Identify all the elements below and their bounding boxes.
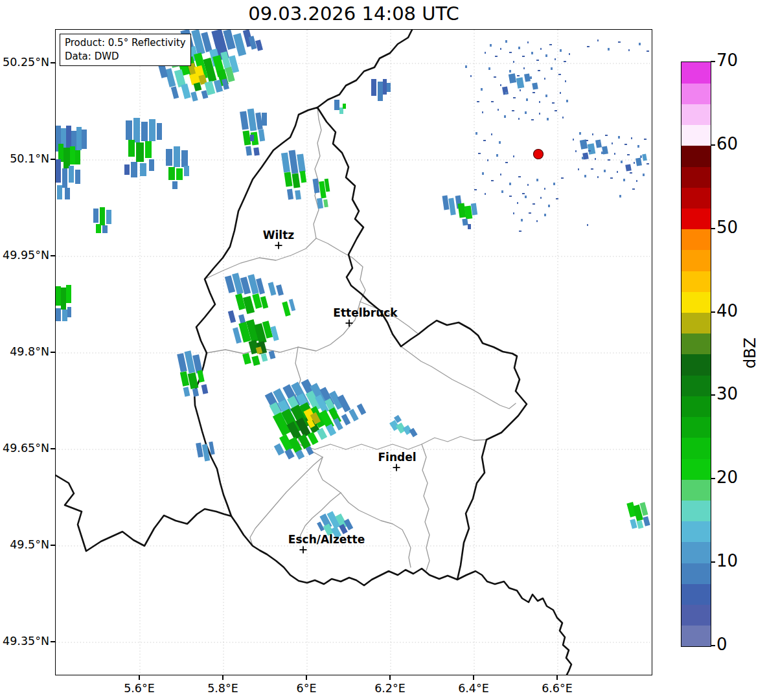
colorbar-tick-label: 40 xyxy=(716,301,738,321)
radar-echo xyxy=(70,146,75,164)
data-source-line: Data: DWD xyxy=(65,50,186,63)
lat-tick-label: 49.8°N xyxy=(0,345,49,358)
clutter-speckle xyxy=(531,119,534,120)
clutter-speckle xyxy=(505,92,507,95)
clutter-speckle xyxy=(640,155,642,158)
colorbar-segment xyxy=(681,626,711,647)
clutter-speckle xyxy=(624,144,627,145)
clutter-speckle xyxy=(518,118,520,120)
clutter-speckle xyxy=(597,40,599,41)
clutter-speckle xyxy=(564,61,566,62)
radar-echo xyxy=(268,282,277,295)
colorbar-tick-label: 0 xyxy=(716,635,727,654)
clutter-speckle xyxy=(478,153,481,154)
radar-echo xyxy=(240,111,249,130)
lat-tick-label: 49.35°N xyxy=(0,635,49,648)
radar-echo xyxy=(67,307,71,317)
clutter-speckle xyxy=(536,179,538,181)
radar-echo xyxy=(258,130,265,142)
radar-echo xyxy=(180,371,189,387)
district-border xyxy=(401,346,516,409)
clutter-speckle xyxy=(509,52,512,53)
radar-echo xyxy=(102,225,108,233)
radar-echo xyxy=(243,296,255,314)
radar-echo xyxy=(128,140,135,157)
clutter-speckle xyxy=(504,115,506,118)
clutter-speckle xyxy=(532,203,535,205)
radar-echo xyxy=(642,154,647,161)
radar-echo xyxy=(509,73,516,84)
clutter-speckle xyxy=(513,212,514,214)
clutter-speckle xyxy=(521,219,523,221)
radar-echo xyxy=(58,144,63,162)
colorbar-segment xyxy=(681,166,711,188)
radar-echo xyxy=(157,123,162,140)
lon-tick-label: 6.2°E xyxy=(361,682,419,695)
radar-echo xyxy=(284,172,293,186)
radar-echo xyxy=(168,167,175,180)
lat-tick-label: 50.25°N xyxy=(0,56,49,69)
radar-echo xyxy=(281,152,290,172)
colorbar-segment xyxy=(681,375,711,396)
clutter-speckle xyxy=(501,190,503,193)
radar-echo xyxy=(341,414,351,425)
clutter-speckle xyxy=(555,110,557,111)
axis-tick-mark xyxy=(473,675,474,680)
axis-tick-mark xyxy=(139,675,140,680)
clutter-speckle xyxy=(518,176,521,177)
clutter-speckle xyxy=(539,101,540,103)
radar-echo xyxy=(100,207,105,225)
radar-echo xyxy=(357,403,367,415)
clutter-speckle xyxy=(523,67,525,69)
clutter-speckle xyxy=(608,159,610,161)
lon-tick-label: 5.6°E xyxy=(110,682,168,695)
colorbar-tick-label: 10 xyxy=(716,551,738,570)
clutter-speckle xyxy=(496,154,498,157)
clutter-speckle xyxy=(628,49,630,51)
colorbar-segment xyxy=(681,605,711,626)
radar-echo xyxy=(250,135,254,141)
radar-echo xyxy=(96,224,101,233)
colorbar-segment xyxy=(681,83,711,104)
radar-echo xyxy=(524,73,531,82)
clutter-speckle xyxy=(612,142,613,144)
clutter-speckle xyxy=(470,75,472,77)
lat-tick-label: 49.65°N xyxy=(0,442,49,455)
clutter-speckle xyxy=(644,139,647,140)
clutter-speckle xyxy=(540,197,542,199)
colorbar-tick-mark xyxy=(711,478,715,479)
radar-echo xyxy=(287,189,293,200)
lon-tick-label: 6.4°E xyxy=(444,682,503,695)
clutter-speckle xyxy=(587,224,588,226)
colorbar-segment xyxy=(681,209,711,230)
radar-echo xyxy=(131,162,137,177)
clutter-speckle xyxy=(595,158,596,160)
axis-tick-mark xyxy=(556,675,558,680)
axis-tick-mark xyxy=(306,675,307,680)
radar-echo xyxy=(276,284,284,296)
clutter-speckle xyxy=(536,60,539,61)
colorbar-segment xyxy=(681,521,711,543)
district-border xyxy=(299,436,487,449)
clutter-speckle xyxy=(617,171,618,173)
radar-echo xyxy=(63,148,70,168)
radar-echo xyxy=(269,350,276,359)
radar-echo xyxy=(323,199,328,208)
radar-echo xyxy=(61,288,66,310)
colorbar-tick-mark xyxy=(711,645,715,646)
colorbar-segment xyxy=(681,250,711,271)
radar-echo xyxy=(255,40,263,51)
clutter-speckle xyxy=(634,162,635,164)
clutter-speckle xyxy=(545,54,547,57)
clutter-speckle xyxy=(637,145,639,148)
radar-echo xyxy=(149,159,154,171)
radar-echo xyxy=(637,520,644,529)
clutter-speckle xyxy=(513,97,516,98)
clutter-speckle xyxy=(500,48,501,50)
lat-tick-label: 49.95°N xyxy=(0,249,49,262)
clutter-speckle xyxy=(569,53,570,55)
colorbar-segment xyxy=(681,229,711,251)
clutter-speckle xyxy=(477,101,479,102)
radar-echo xyxy=(297,153,306,172)
clutter-speckle xyxy=(491,180,494,181)
